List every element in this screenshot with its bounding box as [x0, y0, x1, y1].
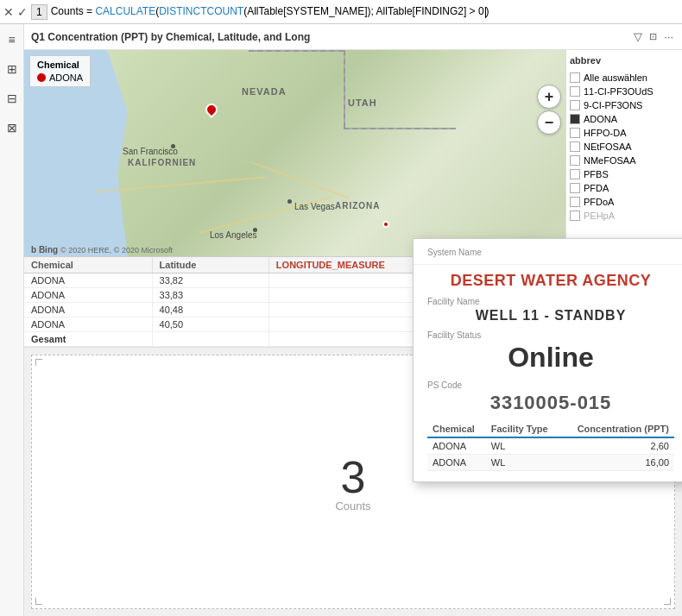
filter-label-pfbs: PFBS: [584, 169, 609, 179]
expand-icon[interactable]: ⊡: [647, 30, 659, 43]
state-border-ut-az: [344, 128, 456, 129]
map-dot-lv: [287, 199, 292, 204]
filter-icon[interactable]: ▽: [632, 29, 644, 44]
map-label-california: KALIFORNIEN: [128, 158, 196, 167]
zoom-in-button[interactable]: +: [537, 85, 561, 109]
map-section: NEVADA UTAH ARIZONA KALIFORNIEN San Fran…: [24, 50, 682, 257]
cell-chemical-2: ADONA: [24, 288, 152, 303]
sidebar-icon-4[interactable]: ⊠: [3, 119, 21, 136]
popup-status-label: Facility Status: [414, 329, 682, 340]
filter-item-11ci[interactable]: 11-CI-PF3OUdS: [570, 85, 679, 98]
viz-title-icons: ▽ ⊡ ···: [632, 29, 675, 44]
sidebar-icon-1[interactable]: ≡: [3, 31, 21, 48]
cell-chemical-4: ADONA: [24, 317, 152, 332]
col-latitude: Latitude: [152, 257, 268, 273]
map-label-la: Los Angeles: [210, 230, 257, 240]
filter-label-11ci: 11-CI-PF3OUdS: [584, 86, 654, 97]
state-border-nv-ca: [249, 50, 344, 52]
map-marker-adona-2[interactable]: [382, 223, 389, 228]
filter-checkbox-hfpo[interactable]: [570, 128, 580, 138]
bing-logo: b Bing: [31, 245, 58, 255]
filter-item-hfpo[interactable]: HFPO-DA: [570, 126, 679, 140]
filter-panel: abbrev Alle auswählen 11-CI-PF3OUdS 9-CI…: [565, 50, 682, 256]
popup-header: System Name: [414, 239, 682, 265]
filter-checkbox-9ci[interactable]: [570, 100, 580, 110]
popup-overlay: System Name DESERT WATER AGENCY Facility…: [413, 238, 682, 482]
check-icon[interactable]: ✓: [17, 5, 28, 19]
filter-item-pfdoa[interactable]: PFDoA: [570, 195, 679, 209]
filter-checkbox-nme[interactable]: [570, 155, 580, 166]
map-attribution: b Bing © 2020 HERE, © 2020 Microsoft: [31, 245, 173, 255]
corner-tl: [35, 359, 42, 366]
legend-label: ADONA: [49, 72, 83, 83]
main-layout: ≡ ⊞ ⊟ ⊠ Q1 Concentration (PPT) by Chemic…: [0, 24, 682, 616]
cell-lat-3: 40,48: [152, 303, 268, 317]
map-marker-adona[interactable]: [205, 104, 218, 116]
popup-table-header-row: Chemical Facility Type Concentration (PP…: [427, 421, 674, 437]
popup-cell-conc-2: 16,00: [560, 455, 674, 471]
map-legend-item: ADONA: [37, 72, 83, 83]
cell-lat-4: 40,50: [152, 317, 268, 332]
more-icon[interactable]: ···: [662, 29, 675, 44]
zoom-out-button[interactable]: −: [537, 110, 561, 135]
popup-table: Chemical Facility Type Concentration (PP…: [427, 421, 674, 471]
attribution-text: © 2020 HERE, © 2020 Microsoft: [60, 246, 173, 255]
filter-checkbox-adona[interactable]: [570, 114, 580, 124]
filter-label-all: Alle auswählen: [584, 72, 647, 83]
filter-item-pehpa[interactable]: PEHpA: [570, 209, 679, 223]
sidebar-icon-3[interactable]: ⊟: [3, 90, 21, 107]
map-label-utah: UTAH: [348, 97, 377, 108]
filter-label-pfdoa: PFDoA: [584, 197, 614, 207]
popup-status-value: Online: [414, 340, 682, 377]
filter-label-nme: NMeFOSAA: [584, 155, 636, 166]
popup-cell-ftype-2: WL: [486, 455, 561, 471]
cell-total-label: Gesamt: [24, 332, 152, 347]
filter-label-adona: ADONA: [584, 114, 617, 124]
filter-item-9ci[interactable]: 9-CI-PF3ONS: [570, 98, 679, 112]
popup-pscode-value: 3310005-015: [414, 390, 682, 421]
marker-pin: [203, 101, 220, 118]
content-area: Q1 Concentration (PPT) by Chemical, Lati…: [24, 24, 682, 616]
formula-code: Counts = CALCULATE(DISTINCTCOUNT(AllTabl…: [51, 5, 489, 17]
count-number: 3: [341, 451, 366, 503]
popup-system-name: DESERT WATER AGENCY: [414, 265, 682, 293]
filter-checkbox-net[interactable]: [570, 141, 580, 152]
filter-item-net[interactable]: NEtFOSAA: [570, 140, 679, 154]
formula-line-number: 1: [31, 4, 47, 20]
map-label-arizona: ARIZONA: [335, 201, 381, 211]
popup-facility-name: WELL 11 - STANDBY: [414, 306, 682, 329]
popup-pscode-label: PS Code: [414, 377, 682, 390]
corner-bl: [35, 598, 42, 605]
filter-item-all[interactable]: Alle auswählen: [570, 71, 679, 85]
filter-item-pfbs[interactable]: PFBS: [570, 167, 679, 181]
filter-label-pfda: PFDA: [584, 183, 609, 193]
cell-chemical-3: ADONA: [24, 303, 152, 317]
popup-system-name-label: System Name: [427, 248, 674, 257]
popup-col-concentration: Concentration (PPT): [560, 421, 674, 437]
filter-checkbox-pehpa[interactable]: [570, 211, 580, 221]
cell-total-empty-1: [152, 332, 268, 347]
filter-checkbox-pfda[interactable]: [570, 183, 580, 193]
filter-checkbox-pfbs[interactable]: [570, 169, 580, 179]
formula-bar: ✕ ✓ 1 Counts = CALCULATE(DISTINCTCOUNT(A…: [0, 0, 682, 24]
filter-checkbox-pfdoa[interactable]: [570, 197, 580, 207]
col-chemical: Chemical: [24, 257, 152, 273]
filter-item-adona[interactable]: ADONA: [570, 112, 679, 126]
popup-table-row: ADONA WL 16,00: [427, 455, 674, 471]
filter-label-9ci: 9-CI-PF3ONS: [584, 100, 642, 110]
cell-lat-1: 33,82: [152, 273, 268, 288]
close-icon[interactable]: ✕: [3, 5, 14, 19]
map-label-sf: San Francisco: [123, 147, 178, 156]
corner-br: [664, 598, 671, 605]
filter-item-nme[interactable]: NMeFOSAA: [570, 154, 679, 167]
filter-item-pfda[interactable]: PFDA: [570, 181, 679, 195]
popup-table-row: ADONA WL 2,60: [427, 437, 674, 455]
filter-header: abbrev: [570, 53, 679, 67]
filter-checkbox-11ci[interactable]: [570, 86, 580, 97]
filter-checkbox-all[interactable]: [570, 72, 580, 83]
map-label-lv: Las Vegas: [294, 202, 335, 211]
viz-title: Q1 Concentration (PPT) by Chemical, Lati…: [31, 31, 627, 43]
sidebar-icon-2[interactable]: ⊞: [3, 60, 21, 78]
viz-title-bar: Q1 Concentration (PPT) by Chemical, Lati…: [24, 24, 682, 50]
formula-text[interactable]: Counts = CALCULATE(DISTINCTCOUNT(AllTabl…: [51, 5, 679, 17]
